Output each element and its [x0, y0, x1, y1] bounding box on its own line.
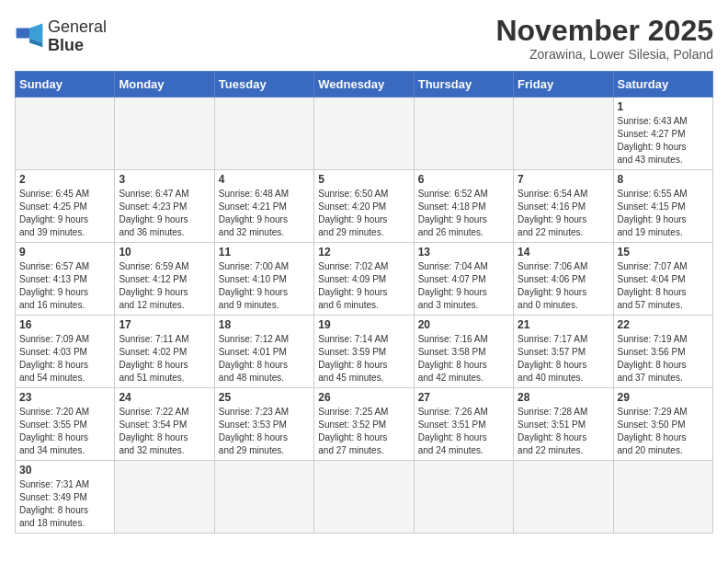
calendar-cell: 6Sunrise: 6:52 AM Sunset: 4:18 PM Daylig…: [414, 170, 513, 243]
day-info: Sunrise: 7:23 AM Sunset: 3:53 PM Dayligh…: [219, 406, 310, 457]
calendar-cell: 22Sunrise: 7:19 AM Sunset: 3:56 PM Dayli…: [613, 316, 712, 388]
day-number: 12: [318, 246, 409, 259]
day-number: 27: [418, 391, 509, 404]
day-info: Sunrise: 7:14 AM Sunset: 3:59 PM Dayligh…: [318, 333, 409, 385]
day-info: Sunrise: 7:06 AM Sunset: 4:06 PM Dayligh…: [518, 260, 609, 312]
calendar-cell: 10Sunrise: 6:59 AM Sunset: 4:12 PM Dayli…: [115, 243, 214, 316]
day-number: 1: [618, 100, 709, 113]
calendar-row-5: 23Sunrise: 7:20 AM Sunset: 3:55 PM Dayli…: [16, 388, 713, 461]
day-info: Sunrise: 7:31 AM Sunset: 3:49 PM Dayligh…: [19, 478, 110, 530]
weekday-header-saturday: Saturday: [613, 72, 712, 98]
calendar-cell: 1Sunrise: 6:43 AM Sunset: 4:27 PM Daylig…: [613, 98, 712, 170]
calendar-cell: [414, 98, 513, 170]
weekday-header-sunday: Sunday: [16, 72, 115, 98]
day-number: 29: [618, 391, 709, 404]
calendar-cell: 14Sunrise: 7:06 AM Sunset: 4:06 PM Dayli…: [514, 243, 613, 316]
calendar-cell: 20Sunrise: 7:16 AM Sunset: 3:58 PM Dayli…: [414, 316, 513, 388]
day-number: 26: [318, 391, 409, 404]
day-number: 13: [418, 246, 509, 259]
day-info: Sunrise: 7:29 AM Sunset: 3:50 PM Dayligh…: [618, 406, 709, 457]
day-number: 16: [19, 318, 110, 331]
day-info: Sunrise: 6:52 AM Sunset: 4:18 PM Dayligh…: [418, 188, 509, 239]
day-number: 21: [518, 318, 609, 331]
day-info: Sunrise: 6:45 AM Sunset: 4:25 PM Dayligh…: [19, 188, 110, 239]
calendar-cell: 19Sunrise: 7:14 AM Sunset: 3:59 PM Dayli…: [314, 316, 414, 388]
calendar-cell: 25Sunrise: 7:23 AM Sunset: 3:53 PM Dayli…: [214, 388, 313, 461]
calendar-cell: [115, 461, 214, 534]
day-info: Sunrise: 6:48 AM Sunset: 4:21 PM Dayligh…: [219, 188, 310, 239]
calendar-cell: 11Sunrise: 7:00 AM Sunset: 4:10 PM Dayli…: [214, 243, 313, 316]
calendar-cell: 24Sunrise: 7:22 AM Sunset: 3:54 PM Dayli…: [115, 388, 214, 461]
calendar-cell: 8Sunrise: 6:55 AM Sunset: 4:15 PM Daylig…: [613, 170, 712, 243]
logo: GeneralBlue: [15, 18, 107, 55]
day-number: 25: [219, 391, 310, 404]
calendar-row-2: 2Sunrise: 6:45 AM Sunset: 4:25 PM Daylig…: [16, 170, 713, 243]
day-number: 17: [119, 318, 210, 331]
day-info: Sunrise: 7:04 AM Sunset: 4:07 PM Dayligh…: [418, 260, 509, 312]
day-number: 3: [119, 173, 210, 186]
calendar-cell: [314, 461, 414, 534]
weekday-header-thursday: Thursday: [414, 72, 513, 98]
calendar-cell: 5Sunrise: 6:50 AM Sunset: 4:20 PM Daylig…: [314, 170, 414, 243]
logo-text: GeneralBlue: [48, 18, 107, 55]
calendar-cell: [16, 98, 115, 170]
day-number: 5: [318, 173, 409, 186]
header: GeneralBlue November 2025 Zorawina, Lowe…: [15, 15, 713, 62]
day-info: Sunrise: 7:28 AM Sunset: 3:51 PM Dayligh…: [518, 406, 609, 457]
calendar-cell: [514, 98, 613, 170]
day-info: Sunrise: 7:20 AM Sunset: 3:55 PM Dayligh…: [19, 406, 110, 457]
calendar-row-1: 1Sunrise: 6:43 AM Sunset: 4:27 PM Daylig…: [16, 98, 713, 170]
day-info: Sunrise: 6:55 AM Sunset: 4:15 PM Dayligh…: [618, 188, 709, 239]
calendar-cell: 27Sunrise: 7:26 AM Sunset: 3:51 PM Dayli…: [414, 388, 513, 461]
calendar-cell: 13Sunrise: 7:04 AM Sunset: 4:07 PM Dayli…: [414, 243, 513, 316]
day-info: Sunrise: 7:07 AM Sunset: 4:04 PM Dayligh…: [618, 260, 709, 312]
logo-icon: [15, 22, 44, 52]
day-number: 20: [418, 318, 509, 331]
calendar-cell: 23Sunrise: 7:20 AM Sunset: 3:55 PM Dayli…: [16, 388, 115, 461]
calendar-cell: 21Sunrise: 7:17 AM Sunset: 3:57 PM Dayli…: [514, 316, 613, 388]
day-info: Sunrise: 6:59 AM Sunset: 4:12 PM Dayligh…: [119, 260, 210, 312]
day-number: 14: [518, 246, 609, 259]
day-info: Sunrise: 7:17 AM Sunset: 3:57 PM Dayligh…: [518, 333, 609, 385]
month-title: November 2025: [495, 15, 713, 47]
day-number: 10: [119, 246, 210, 259]
day-number: 4: [219, 173, 310, 186]
calendar-cell: 15Sunrise: 7:07 AM Sunset: 4:04 PM Dayli…: [613, 243, 712, 316]
weekday-header-tuesday: Tuesday: [214, 72, 313, 98]
calendar-cell: 2Sunrise: 6:45 AM Sunset: 4:25 PM Daylig…: [16, 170, 115, 243]
day-info: Sunrise: 7:02 AM Sunset: 4:09 PM Dayligh…: [318, 260, 409, 312]
day-number: 6: [418, 173, 509, 186]
weekday-header-friday: Friday: [514, 72, 613, 98]
calendar-cell: [613, 461, 712, 534]
calendar-cell: [414, 461, 513, 534]
calendar-cell: 3Sunrise: 6:47 AM Sunset: 4:23 PM Daylig…: [115, 170, 214, 243]
day-info: Sunrise: 7:26 AM Sunset: 3:51 PM Dayligh…: [418, 406, 509, 457]
day-number: 9: [19, 246, 110, 259]
day-info: Sunrise: 6:54 AM Sunset: 4:16 PM Dayligh…: [518, 188, 609, 239]
day-number: 7: [518, 173, 609, 186]
day-info: Sunrise: 7:19 AM Sunset: 3:56 PM Dayligh…: [618, 333, 709, 385]
day-info: Sunrise: 7:25 AM Sunset: 3:52 PM Dayligh…: [318, 406, 409, 457]
calendar-cell: 18Sunrise: 7:12 AM Sunset: 4:01 PM Dayli…: [214, 316, 313, 388]
day-info: Sunrise: 6:50 AM Sunset: 4:20 PM Dayligh…: [318, 188, 409, 239]
calendar-row-6: 30Sunrise: 7:31 AM Sunset: 3:49 PM Dayli…: [16, 461, 713, 534]
day-info: Sunrise: 7:16 AM Sunset: 3:58 PM Dayligh…: [418, 333, 509, 385]
calendar-row-4: 16Sunrise: 7:09 AM Sunset: 4:03 PM Dayli…: [16, 316, 713, 388]
calendar-cell: 28Sunrise: 7:28 AM Sunset: 3:51 PM Dayli…: [514, 388, 613, 461]
calendar-cell: 7Sunrise: 6:54 AM Sunset: 4:16 PM Daylig…: [514, 170, 613, 243]
day-info: Sunrise: 7:09 AM Sunset: 4:03 PM Dayligh…: [19, 333, 110, 385]
day-info: Sunrise: 7:22 AM Sunset: 3:54 PM Dayligh…: [119, 406, 210, 457]
calendar-cell: 29Sunrise: 7:29 AM Sunset: 3:50 PM Dayli…: [613, 388, 712, 461]
calendar-cell: 12Sunrise: 7:02 AM Sunset: 4:09 PM Dayli…: [314, 243, 414, 316]
calendar: SundayMondayTuesdayWednesdayThursdayFrid…: [15, 71, 713, 534]
day-number: 22: [618, 318, 709, 331]
calendar-cell: 17Sunrise: 7:11 AM Sunset: 4:02 PM Dayli…: [115, 316, 214, 388]
weekday-header-wednesday: Wednesday: [314, 72, 414, 98]
weekday-header-monday: Monday: [115, 72, 214, 98]
day-number: 24: [119, 391, 210, 404]
day-number: 19: [318, 318, 409, 331]
calendar-row-3: 9Sunrise: 6:57 AM Sunset: 4:13 PM Daylig…: [16, 243, 713, 316]
day-info: Sunrise: 7:12 AM Sunset: 4:01 PM Dayligh…: [219, 333, 310, 385]
calendar-cell: 26Sunrise: 7:25 AM Sunset: 3:52 PM Dayli…: [314, 388, 414, 461]
calendar-cell: 16Sunrise: 7:09 AM Sunset: 4:03 PM Dayli…: [16, 316, 115, 388]
